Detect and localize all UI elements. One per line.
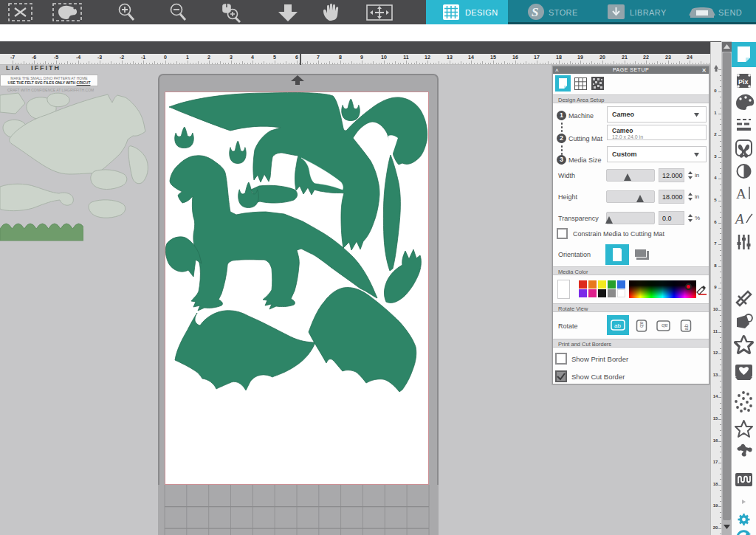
- svg-text:LIBRARY: LIBRARY: [630, 8, 667, 17]
- svg-text:SEND: SEND: [718, 8, 742, 17]
- svg-text:ab: ab: [614, 322, 621, 329]
- svg-text:DESIGN: DESIGN: [465, 8, 498, 17]
- svg-text:S: S: [532, 5, 538, 19]
- svg-text:ab: ab: [662, 322, 667, 329]
- svg-text:A: A: [736, 186, 746, 201]
- svg-text:Pix: Pix: [738, 78, 749, 86]
- svg-text:ab: ab: [639, 322, 645, 328]
- svg-text:STORE: STORE: [549, 8, 578, 17]
- svg-text:ab: ab: [683, 324, 690, 330]
- svg-text:A: A: [734, 211, 744, 227]
